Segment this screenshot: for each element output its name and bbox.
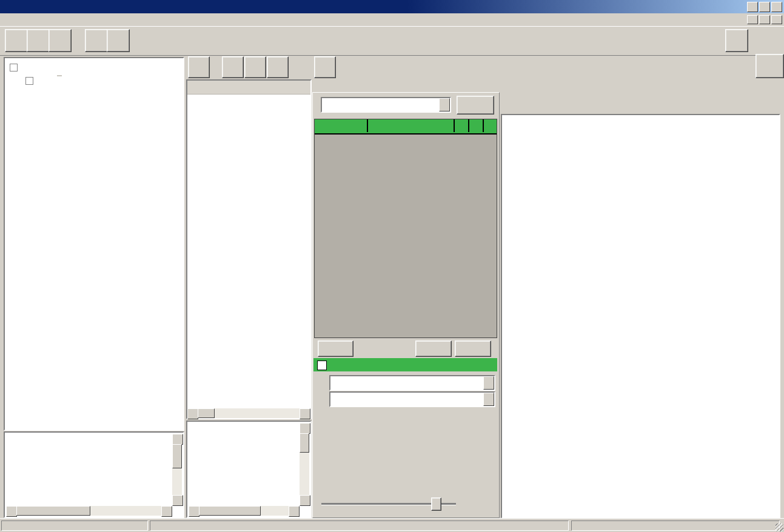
col-parameter: [315, 119, 368, 132]
new-workspace-button[interactable]: [5, 29, 28, 52]
decay-and-residuals-chart[interactable]: [502, 115, 777, 515]
context-help-button[interactable]: [756, 54, 784, 78]
scroll-left-icon[interactable]: [189, 506, 199, 517]
info-vertical-scrollbar[interactable]: [172, 434, 182, 506]
mdi-restore-button[interactable]: [759, 15, 770, 24]
measurement-info-text: [7, 434, 172, 505]
scroll-right-icon[interactable]: [161, 506, 172, 517]
preview-plot-chart[interactable]: [314, 409, 496, 494]
clear-button[interactable]: [318, 341, 353, 357]
tree-collapse-box[interactable]: [10, 64, 18, 71]
measurement-cluster-icon: [21, 60, 34, 73]
decay-curve-icon: [38, 74, 55, 85]
info-horizontal-scrollbar[interactable]: [189, 506, 300, 516]
tools-button[interactable]: [725, 29, 748, 52]
info-vertical-scrollbar[interactable]: [300, 423, 309, 506]
info-horizontal-scrollbar[interactable]: [6, 506, 172, 516]
delete-curve-button[interactable]: [222, 56, 244, 78]
resize-grip[interactable]: [776, 524, 783, 531]
mdi-child-icon[interactable]: [2, 15, 12, 25]
delete-button[interactable]: [49, 29, 72, 52]
preview-plot-header: [313, 358, 497, 371]
scroll-right-icon[interactable]: [289, 506, 300, 517]
parameter-table-header: [315, 119, 497, 135]
scroll-right-icon[interactable]: [300, 408, 310, 419]
col-extra: [485, 119, 497, 132]
maximize-button[interactable]: [759, 2, 770, 12]
decay-plot-panel: [501, 114, 780, 519]
menubar: [0, 13, 784, 26]
parameter-table: [314, 119, 497, 338]
col-var: [471, 119, 484, 132]
new-analysis-button[interactable]: [85, 29, 108, 52]
col-dataset: [369, 119, 455, 132]
file-info-panel: [186, 421, 312, 518]
remove-curve-from-clipboard-button[interactable]: [244, 56, 266, 78]
scroll-down-icon[interactable]: [300, 495, 310, 506]
dataset-slider-handle[interactable]: [431, 497, 441, 511]
add-curve-to-clipboard-button[interactable]: [267, 56, 289, 78]
fit-all-button[interactable]: [455, 341, 491, 357]
open-workspace-button[interactable]: [27, 29, 50, 52]
collapse-icon[interactable]: [317, 361, 327, 370]
chevron-down-icon[interactable]: [439, 98, 450, 111]
scroll-up-icon[interactable]: [300, 423, 310, 434]
file-info-text: [189, 424, 299, 505]
chevron-down-icon[interactable]: [483, 393, 494, 406]
statusbar-cell-1: [1, 520, 148, 531]
easytau-logo-button[interactable]: [107, 29, 130, 52]
scroll-left-icon[interactable]: [6, 506, 17, 517]
scroll-down-icon[interactable]: [172, 495, 183, 506]
easytau-window: [0, 0, 784, 532]
mdi-close-button[interactable]: [771, 15, 782, 24]
fit-model-select[interactable]: [321, 97, 451, 113]
mdi-minimize-button[interactable]: [747, 15, 758, 24]
tree-child-label[interactable]: [57, 75, 62, 76]
statusbar-cell-2: [150, 520, 569, 531]
globe-icon[interactable]: [456, 119, 469, 132]
fit-single-button[interactable]: [415, 341, 452, 357]
scroll-up-icon[interactable]: [172, 434, 183, 445]
measurement-info-panel: [4, 431, 184, 518]
minimize-button[interactable]: [747, 2, 758, 12]
close-button[interactable]: [771, 2, 782, 12]
preview-y-select[interactable]: [329, 391, 495, 407]
app-icon: [2, 2, 12, 12]
curves-list-header: [187, 81, 310, 95]
save-curves-button[interactable]: [188, 56, 210, 78]
scroll-left-icon[interactable]: [187, 408, 198, 419]
report-button[interactable]: [314, 56, 336, 78]
statusbar-mode: [571, 520, 780, 531]
help-button[interactable]: [457, 96, 494, 115]
preview-x-select[interactable]: [329, 375, 495, 391]
chevron-down-icon[interactable]: [483, 376, 494, 390]
curves-horizontal-scrollbar[interactable]: [187, 408, 310, 418]
statusbar: [0, 518, 784, 532]
curves-list-panel: [186, 79, 312, 419]
tree-expand-box[interactable]: [25, 77, 33, 85]
workspace-tree-panel: [4, 57, 184, 431]
titlebar: [0, 0, 784, 13]
